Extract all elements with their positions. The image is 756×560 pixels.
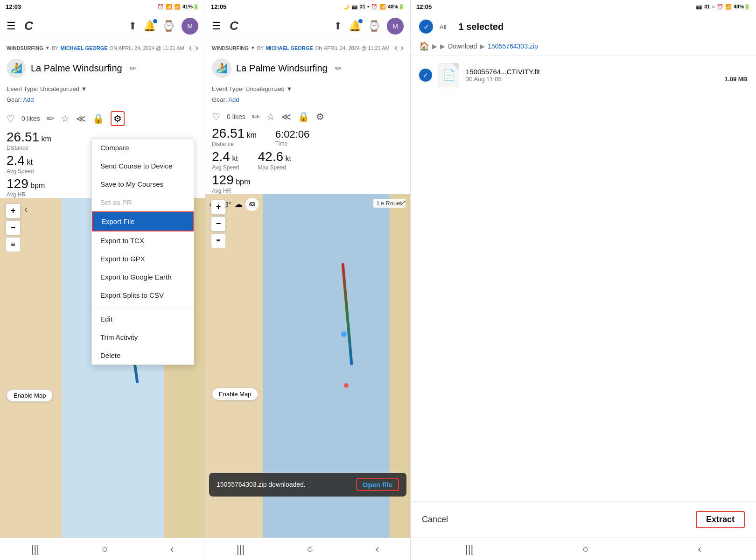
nav-back-icon-right[interactable]: ‹: [698, 543, 701, 555]
menu-export-tcx[interactable]: Export to TCX: [92, 231, 194, 250]
nav-home-icon-right[interactable]: ○: [582, 543, 588, 555]
activity-title-left: 🏄 La Palme Windsurfing ✏: [0, 55, 205, 82]
author-name[interactable]: MICHAEL GEORGE: [60, 45, 107, 51]
upload-icon-mid[interactable]: ⬆: [334, 20, 342, 32]
prev-activity-icon-mid[interactable]: ‹: [394, 43, 397, 53]
stat-distance: 26.51 km Distance: [7, 130, 51, 151]
zoom-in-btn-mid[interactable]: +: [211, 200, 226, 215]
dropdown-menu: Compare Send Course to Device Save to My…: [91, 138, 194, 365]
time-mid: 12:05: [211, 3, 226, 10]
menu-save-courses[interactable]: Save to My Courses: [92, 175, 194, 193]
prev-activity-icon[interactable]: ‹: [189, 43, 192, 53]
edit-icon-mid[interactable]: ✏: [252, 111, 260, 122]
bottom-actions: Cancel Extract: [411, 501, 756, 538]
event-type-dropdown[interactable]: ▼: [81, 85, 87, 92]
zoom-out-btn-mid[interactable]: −: [211, 217, 226, 231]
gear-field-mid: Gear: Add: [212, 94, 404, 105]
gear-add-link-mid[interactable]: Add: [228, 96, 239, 103]
event-type-label-mid: Event Type: Uncategorized ▼: [212, 84, 404, 94]
gear-settings-icon[interactable]: ⚙: [111, 111, 125, 126]
menu-delete[interactable]: Delete: [92, 346, 194, 364]
enable-map-btn-mid[interactable]: Enable Map: [212, 388, 258, 400]
status-icons-mid: 🌙 📷 31 • ⏰ 📶 40%🔋: [343, 4, 405, 10]
star-icon[interactable]: ☆: [61, 113, 70, 124]
zoom-out-btn[interactable]: −: [6, 220, 21, 235]
notification-icon[interactable]: 🔔: [143, 20, 156, 32]
nav-menu-icon-mid[interactable]: |||: [237, 543, 245, 555]
enable-map-btn-left[interactable]: Enable Map: [7, 389, 53, 402]
menu-compare[interactable]: Compare: [92, 139, 194, 157]
menu-send-course[interactable]: Send Course to Device: [92, 157, 194, 175]
cancel-button[interactable]: Cancel: [422, 515, 448, 525]
map-nav-left-arrow[interactable]: ‹: [24, 203, 28, 216]
upload-icon[interactable]: ⬆: [128, 20, 137, 32]
file-size: 1.09 MB: [725, 76, 748, 83]
home-icon[interactable]: 🏠: [419, 41, 429, 51]
menu-export-earth[interactable]: Export to Google Earth: [92, 268, 194, 286]
lock-icon[interactable]: 🔒: [92, 113, 104, 124]
edit-name-icon[interactable]: ✏: [130, 64, 136, 73]
event-type-dropdown-mid[interactable]: ▼: [286, 85, 292, 92]
map-layers-btn-mid[interactable]: ≡: [211, 233, 226, 248]
nav-menu-icon-right[interactable]: |||: [465, 543, 473, 555]
menu-set-pr: Set as PR: [92, 193, 194, 211]
expand-map-icon[interactable]: ⤢: [399, 198, 406, 208]
zip-file-link[interactable]: 15055764303.zip: [488, 42, 538, 50]
menu-edit[interactable]: Edit: [92, 310, 194, 328]
map-controls-mid: + − ≡: [211, 200, 226, 248]
activity-name-mid: La Palme Windsurfing: [236, 63, 328, 74]
edit-icon[interactable]: ✏: [47, 113, 55, 124]
gear-add-link[interactable]: Add: [23, 96, 34, 103]
nav-back-icon-mid[interactable]: ‹: [376, 543, 379, 555]
notification-icon-mid[interactable]: 🔔: [349, 20, 361, 32]
toast-text: 15055764303.zip downloaded.: [217, 481, 306, 488]
next-activity-icon-mid[interactable]: ›: [401, 43, 404, 53]
heart-icon-mid[interactable]: ♡: [212, 111, 220, 122]
extract-button[interactable]: Extract: [696, 511, 745, 528]
file-info: 150055764...CTIVITY.fit 30 Aug 11:05 1.0…: [466, 68, 748, 83]
nav-menu-icon[interactable]: |||: [31, 543, 39, 555]
lock-icon-mid[interactable]: 🔒: [298, 111, 309, 122]
gear-field: Gear: Add: [7, 94, 198, 105]
nav-home-icon-mid[interactable]: ○: [307, 543, 313, 555]
metadata-mid: Event Type: Uncategorized ▼ Gear: Add: [205, 82, 410, 107]
menu-trim[interactable]: Trim Activity: [92, 328, 194, 346]
share-icon-mid[interactable]: ≪: [281, 111, 291, 122]
action-icons-mid: ♡ 0 likes ✏ ☆ ≪ 🔒 ⚙: [205, 107, 410, 126]
select-all-checkbox[interactable]: ✓: [419, 20, 433, 34]
sport-dropdown-icon-mid[interactable]: ▼: [251, 45, 255, 50]
zoom-in-btn[interactable]: +: [6, 203, 21, 218]
edit-name-icon-mid[interactable]: ✏: [335, 64, 341, 73]
hamburger-icon-mid[interactable]: ☰: [212, 20, 221, 32]
likes-count-mid: 0 likes: [227, 113, 245, 120]
metadata-left: Event Type: Uncategorized ▼ Gear: Add: [0, 82, 205, 107]
avatar[interactable]: M: [182, 18, 198, 35]
map-layers-btn[interactable]: ≡: [6, 237, 21, 252]
breadcrumb-left: WINDSURFING ▼ BY MICHAEL GEORGE ON APRIL…: [0, 39, 205, 55]
share-icon[interactable]: ≪: [76, 113, 86, 124]
action-icons-left: ♡ 0 likes ✏ ☆ ≪ 🔒 ⚙: [0, 107, 205, 130]
avatar-mid[interactable]: M: [387, 18, 404, 35]
stat-distance-mid: 26.51 km Distance: [212, 126, 257, 147]
download-folder[interactable]: Download: [448, 42, 477, 50]
heart-icon[interactable]: ♡: [7, 113, 15, 124]
star-icon-mid[interactable]: ☆: [266, 111, 275, 122]
status-icons-left: ⏰ 📶 📶 41%🔋: [157, 4, 199, 10]
nav-back-icon[interactable]: ‹: [170, 543, 174, 555]
sport-dropdown-icon[interactable]: ▼: [45, 45, 50, 50]
file-checkbox[interactable]: ✓: [419, 69, 432, 82]
author-name-mid[interactable]: MICHAEL GEORGE: [266, 45, 313, 51]
menu-export-csv[interactable]: Export Splits to CSV: [92, 286, 194, 304]
activity-title-mid: 🏄 La Palme Windsurfing ✏: [205, 55, 410, 82]
hamburger-icon[interactable]: ☰: [7, 20, 16, 32]
open-file-btn[interactable]: Open file: [356, 478, 399, 491]
menu-export-file[interactable]: Export File: [92, 211, 194, 231]
watch-icon[interactable]: ⌚: [162, 20, 175, 32]
watch-icon-mid[interactable]: ⌚: [368, 20, 380, 32]
file-item[interactable]: ✓ 📄 150055764...CTIVITY.fit 30 Aug 11:05…: [411, 56, 756, 95]
next-activity-icon[interactable]: ›: [196, 43, 198, 53]
menu-export-gpx[interactable]: Export to GPX: [92, 250, 194, 268]
gear-icon-mid[interactable]: ⚙: [316, 111, 324, 122]
wind-speed-badge: 43: [245, 198, 259, 211]
nav-home-icon[interactable]: ○: [102, 543, 108, 555]
